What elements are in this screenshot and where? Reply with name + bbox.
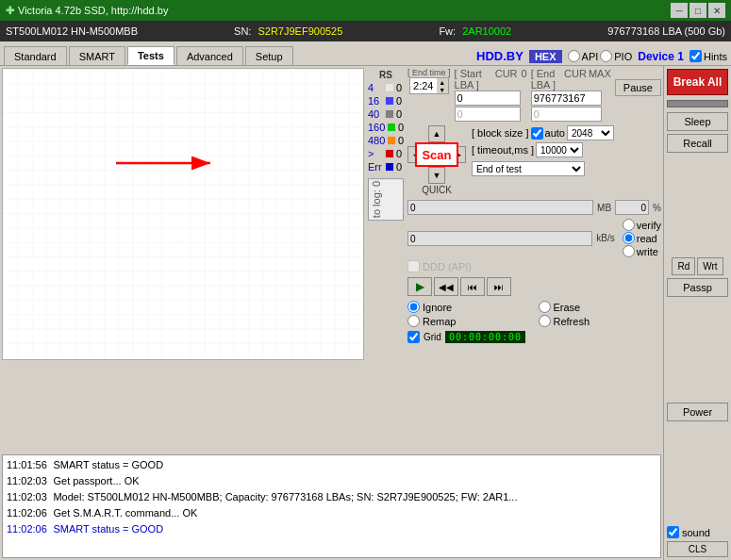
end-lba-input[interactable] (531, 91, 602, 106)
mb-bar-wrap: 0 (407, 200, 593, 215)
transport-skip-next[interactable]: ⏭ (487, 277, 511, 296)
right-sidebar: Break All Sleep Recall Rd Wrt Passp Powe… (663, 66, 731, 560)
hex-button[interactable]: HEX (529, 50, 562, 63)
rs-count-6: 0 (396, 161, 402, 173)
app-icon: ✚ (6, 5, 14, 17)
scan-grid-panel (2, 68, 364, 360)
block-size-select[interactable]: 2048 (567, 125, 614, 140)
rs-color-3 (387, 123, 396, 132)
scan-button[interactable]: Scan (415, 142, 458, 167)
ignore-radio[interactable] (407, 301, 420, 313)
end-time-spinners: ▲ ▼ (437, 78, 448, 93)
refresh-radio[interactable] (539, 315, 551, 327)
lba-info: 976773168 LBA (500 Gb) (607, 25, 725, 37)
auto-checkbox[interactable] (531, 127, 543, 140)
tab-setup[interactable]: Setup (245, 46, 293, 65)
maximize-button[interactable]: □ (689, 3, 706, 18)
hints-checkbox[interactable] (689, 50, 702, 62)
end-lba-cur-input[interactable] (531, 107, 602, 122)
rs-num-3: 160 (368, 122, 385, 133)
minimize-button[interactable]: ─ (671, 3, 688, 18)
navtabs-right: HDD.BY HEX API PIO Device 1 Hints (476, 49, 727, 65)
tab-advanced[interactable]: Advanced (176, 46, 243, 65)
end-time-input[interactable] (410, 78, 437, 93)
break-all-button[interactable]: Break All (667, 69, 728, 95)
rs-num-0: 4 (368, 82, 383, 93)
close-button[interactable]: ✕ (708, 3, 725, 18)
log-area[interactable]: 11:01:56 SMART status = GOOD 11:02:03 Ge… (2, 454, 661, 558)
grid-checkbox[interactable] (407, 331, 420, 343)
arrow-up-button[interactable]: ▲ (428, 125, 445, 142)
tab-tests[interactable]: Tests (127, 46, 174, 65)
rs-color-1 (385, 96, 394, 106)
write-label: write (637, 246, 658, 257)
end-time-up[interactable]: ▲ (437, 78, 448, 86)
hints-label: Hints (704, 51, 727, 62)
end-test-select[interactable]: End of test (472, 161, 585, 176)
log-time-1: 11:02:03 (7, 475, 47, 486)
rd-wrt-row: Rd Wrt (667, 257, 728, 275)
start-lba-input[interactable] (455, 91, 521, 106)
api-radio[interactable] (568, 50, 580, 62)
sn-label: SN: (234, 25, 251, 37)
sn-section: SN: S2R7J9EF900525 (234, 25, 342, 37)
rs-num-5: > (368, 148, 383, 159)
read-radio[interactable] (623, 232, 635, 244)
rs-count-0: 0 (396, 82, 402, 93)
power-button[interactable]: Power (667, 403, 728, 421)
hints-checkbox-row: Hints (689, 50, 727, 62)
fw-label: Fw: (439, 25, 456, 37)
pause-button[interactable]: Pause (615, 79, 661, 96)
ddd-checkbox[interactable] (407, 260, 420, 272)
wrt-button[interactable]: Wrt (697, 257, 723, 275)
tab-standard[interactable]: Standard (4, 46, 67, 65)
rd-button[interactable]: Rd (672, 257, 695, 275)
cls-button[interactable]: CLS (667, 541, 728, 557)
sound-checkbox[interactable] (667, 526, 679, 538)
api-pio-group: API PIO (568, 50, 633, 62)
log-time-0: 11:01:56 (7, 459, 47, 470)
read-row: read (623, 232, 661, 244)
verify-radio[interactable] (623, 219, 635, 231)
log-msg-0: SMART status = GOOD (53, 459, 163, 470)
rs-row-0: 4 0 (368, 82, 404, 93)
remap-radio[interactable] (407, 315, 420, 327)
end-time-input-wrap: ▲ ▼ (409, 77, 449, 94)
tab-smart[interactable]: SMART (69, 46, 125, 65)
erase-radio[interactable] (539, 301, 551, 313)
remap-label: Remap (423, 316, 456, 327)
device-label: Device 1 (638, 50, 684, 63)
log-entry-0: 11:01:56 SMART status = GOOD (7, 457, 656, 473)
start-lba-cur-input[interactable] (455, 107, 521, 122)
quick-label: QUICK (422, 185, 452, 195)
rs-num-4: 480 (368, 135, 385, 146)
write-row: write (623, 245, 661, 257)
timeout-select[interactable]: 10000 (536, 142, 583, 157)
passp-button[interactable]: Passp (667, 278, 728, 297)
rs-row-3: 160 0 (368, 122, 404, 133)
recall-button[interactable]: Recall (667, 134, 728, 153)
log-entry-4: 11:02:06 SMART status = GOOD (7, 521, 656, 537)
navtabs: Standard SMART Tests Advanced Setup HDD.… (0, 41, 731, 66)
sidebar-slider[interactable] (667, 100, 728, 107)
model-label: ST500LM012 HN-M500MBB (6, 25, 138, 37)
rs-count-3: 0 (398, 122, 404, 133)
transport-skip-prev[interactable]: ⏮ (460, 277, 485, 296)
center-panel: RS 4 0 16 0 40 (0, 66, 663, 560)
transport-rewind[interactable]: ◀◀ (434, 277, 458, 296)
refresh-row: Refresh (539, 315, 662, 327)
log-entry-2: 11:02:03 Model: ST500LM012 HN-M500MBB; C… (7, 489, 656, 505)
write-radio[interactable] (623, 245, 635, 257)
timeout-row: [ timeout,ms ] 10000 (472, 142, 614, 157)
remap-row: Remap (407, 315, 531, 327)
sleep-button[interactable]: Sleep (667, 112, 728, 131)
end-time-down[interactable]: ▼ (437, 86, 448, 93)
rs-num-2: 40 (368, 108, 383, 120)
rs-count-4: 0 (398, 135, 404, 146)
arrow-down-button[interactable]: ▼ (428, 167, 445, 184)
pio-radio[interactable] (600, 50, 612, 62)
title-controls[interactable]: ─ □ ✕ (671, 3, 725, 18)
log-entry-3: 11:02:06 Get S.M.A.R.T. command... OK (7, 505, 656, 521)
transport-play[interactable]: ▶ (407, 277, 432, 296)
read-label: read (637, 233, 657, 244)
